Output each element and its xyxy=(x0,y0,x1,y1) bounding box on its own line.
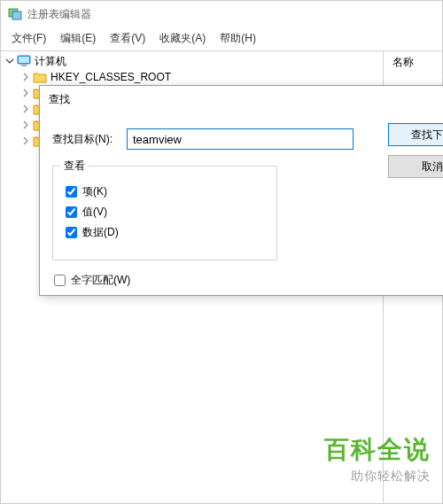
checkbox-data-row[interactable]: 数据(D) xyxy=(66,225,264,240)
find-target-label: 查找目标(N): xyxy=(52,132,127,147)
expander-closed-icon[interactable] xyxy=(20,136,31,146)
checkbox-keys[interactable] xyxy=(66,186,77,198)
find-lookat-legend: 查看 xyxy=(60,159,89,174)
folder-icon xyxy=(33,71,47,83)
checkbox-data[interactable] xyxy=(66,227,77,238)
svg-rect-4 xyxy=(21,65,27,66)
expander-closed-icon[interactable] xyxy=(20,120,31,130)
checkbox-whole-word-label: 全字匹配(W) xyxy=(71,273,130,288)
menu-view[interactable]: 查看(V) xyxy=(103,29,152,48)
watermark: 百科全说 助你轻松解决 xyxy=(324,433,431,485)
find-dialog-body: 查找目标(N): 查看 项(K) 值(V) 数据(D) 全字匹配(W) 查找下一 xyxy=(40,112,443,297)
find-target-row: 查找目标(N): xyxy=(52,128,442,150)
svg-rect-3 xyxy=(19,57,29,63)
find-dialog-title: 查找 xyxy=(40,86,443,112)
find-next-button[interactable]: 查找下一 xyxy=(388,123,443,146)
title-bar: 注册表编辑器 xyxy=(1,1,442,27)
tree-root-label: 计算机 xyxy=(35,54,66,69)
watermark-title: 百科全说 xyxy=(324,433,431,467)
expander-closed-icon[interactable] xyxy=(20,72,31,82)
menu-file[interactable]: 文件(F) xyxy=(4,29,53,48)
find-dialog: 查找 查找目标(N): 查看 项(K) 值(V) 数据(D) 全字匹配(W) xyxy=(39,85,443,296)
checkbox-values-row[interactable]: 值(V) xyxy=(66,205,264,220)
window-title: 注册表编辑器 xyxy=(27,7,91,22)
expander-closed-icon[interactable] xyxy=(20,88,31,98)
expander-open-icon[interactable] xyxy=(4,56,15,66)
watermark-subtitle: 助你轻松解决 xyxy=(324,469,431,485)
svg-rect-1 xyxy=(12,12,21,19)
cancel-button[interactable]: 取消 xyxy=(388,155,443,178)
app-icon xyxy=(8,7,22,21)
find-lookat-group: 查看 项(K) 值(V) 数据(D) xyxy=(52,166,277,260)
tree-root-row[interactable]: 计算机 xyxy=(1,53,383,69)
computer-icon xyxy=(17,55,31,67)
menu-help[interactable]: 帮助(H) xyxy=(213,29,263,48)
checkbox-keys-label: 项(K) xyxy=(82,184,107,199)
checkbox-keys-row[interactable]: 项(K) xyxy=(66,184,264,199)
find-buttons: 查找下一 取消 xyxy=(388,123,443,178)
checkbox-data-label: 数据(D) xyxy=(82,225,119,240)
checkbox-whole-word-row[interactable]: 全字匹配(W) xyxy=(54,273,442,288)
menu-favorites[interactable]: 收藏夹(A) xyxy=(152,29,213,48)
expander-closed-icon[interactable] xyxy=(20,104,31,114)
menu-bar: 文件(F) 编辑(E) 查看(V) 收藏夹(A) 帮助(H) xyxy=(1,27,442,49)
checkbox-values-label: 值(V) xyxy=(82,205,107,220)
find-target-input[interactable] xyxy=(127,128,354,150)
checkbox-whole-word[interactable] xyxy=(54,275,66,286)
menu-edit[interactable]: 编辑(E) xyxy=(53,29,103,48)
tree-key-label: HKEY_CLASSES_ROOT xyxy=(51,71,171,83)
checkbox-values[interactable] xyxy=(66,206,77,218)
list-column-name[interactable]: 名称 xyxy=(384,51,442,74)
tree-key-row[interactable]: HKEY_CLASSES_ROOT xyxy=(1,69,383,85)
